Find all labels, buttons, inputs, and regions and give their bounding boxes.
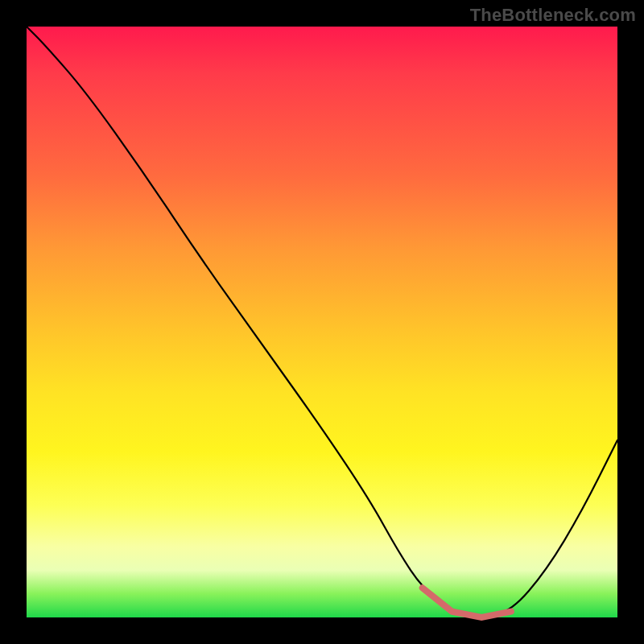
plot-area	[27, 27, 617, 617]
curve-svg	[27, 27, 617, 617]
bottleneck-curve-highlight	[423, 588, 511, 617]
bottleneck-curve	[27, 27, 617, 616]
chart-frame: TheBottleneck.com	[0, 0, 644, 644]
watermark-text: TheBottleneck.com	[470, 5, 636, 26]
